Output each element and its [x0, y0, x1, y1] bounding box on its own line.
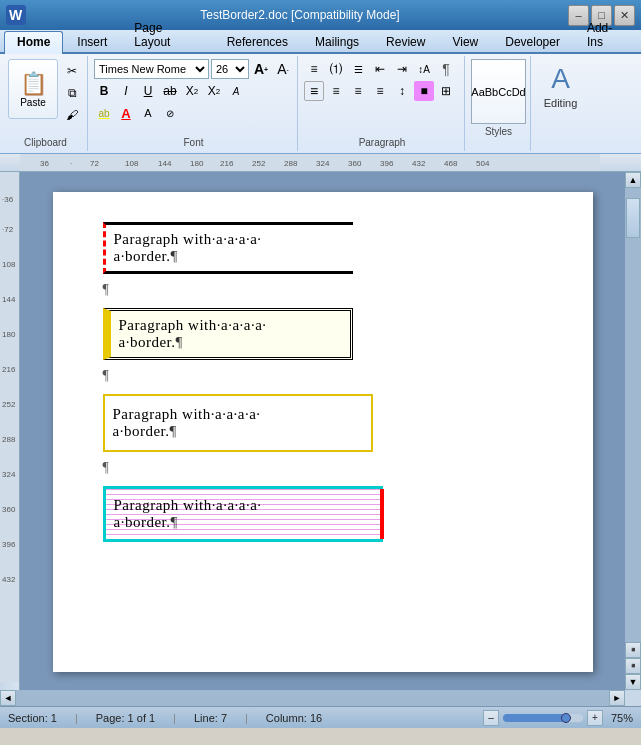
scroll-corner — [625, 690, 641, 706]
left-ruler: ·36 ·72 108 144 180 216 252 288 324 360 … — [0, 172, 20, 690]
align-right-button[interactable]: ≡ — [348, 81, 368, 101]
text-highlight-button[interactable]: A — [138, 103, 158, 123]
svg-text:252: 252 — [252, 159, 266, 168]
multilevel-list-button[interactable]: ☰ — [348, 59, 368, 79]
svg-text:·: · — [70, 159, 72, 168]
scroll-page-down-button[interactable]: ◾ — [625, 658, 641, 674]
tab-page-layout[interactable]: Page Layout — [121, 17, 212, 52]
line-spacing-button[interactable]: ↕ — [392, 81, 412, 101]
increase-indent-button[interactable]: ⇥ — [392, 59, 412, 79]
document-scroll-area[interactable]: Paragraph with·a·a·a·a·a·border.¶ ¶ Para… — [20, 172, 625, 690]
tab-review[interactable]: Review — [373, 31, 438, 52]
line-status: Line: 7 — [194, 712, 227, 724]
paragraph-box-4: Paragraph with·a·a·a·a·a·border.¶ — [103, 486, 383, 542]
clear-format-button[interactable]: ⊘ — [160, 103, 180, 123]
paste-icon: 📋 — [20, 71, 47, 97]
svg-text:252: 252 — [2, 400, 16, 409]
vertical-scrollbar: ▲ ◾ ◾ ▼ — [625, 172, 641, 690]
format-painter-button[interactable]: 🖌 — [61, 105, 83, 125]
zoom-slider[interactable] — [503, 714, 583, 722]
numbering-button[interactable]: ⑴ — [326, 59, 346, 79]
font-size-select[interactable]: 26 — [211, 59, 249, 79]
svg-text:180: 180 — [190, 159, 204, 168]
font-family-select[interactable]: Times New Rome — [94, 59, 209, 79]
scroll-up-button[interactable]: ▲ — [625, 172, 641, 188]
font-color-button[interactable]: A — [116, 103, 136, 123]
styles-gallery[interactable]: AaBbCcDd — [471, 59, 526, 124]
tab-insert[interactable]: Insert — [64, 31, 120, 52]
highlight-button[interactable]: ab — [94, 103, 114, 123]
bullets-button[interactable]: ≡ — [304, 59, 324, 79]
clipboard-group-label: Clipboard — [8, 137, 83, 148]
paragraph-text-2: Paragraph with·a·a·a·a·a·border.¶ — [119, 317, 267, 350]
tab-add-ins[interactable]: Add-Ins — [574, 17, 640, 52]
font-group-label: Font — [94, 135, 293, 148]
paragraph-box-2: Paragraph with·a·a·a·a·a·border.¶ — [103, 308, 353, 360]
hscroll-track[interactable] — [16, 690, 609, 706]
align-left-button[interactable]: ≡ — [304, 81, 324, 101]
zoom-thumb[interactable] — [561, 713, 571, 723]
scroll-right-button[interactable]: ► — [609, 690, 625, 706]
styles-group-label: Styles — [485, 126, 512, 137]
scroll-page-up-button[interactable]: ◾ — [625, 642, 641, 658]
grow-font-button[interactable]: A+ — [251, 59, 271, 79]
empty-para-2: ¶ — [103, 368, 543, 384]
svg-text:288: 288 — [2, 435, 16, 444]
show-hide-button[interactable]: ¶ — [436, 59, 456, 79]
justify-button[interactable]: ≡ — [370, 81, 390, 101]
shading-button[interactable]: ■ — [414, 81, 434, 101]
tab-developer[interactable]: Developer — [492, 31, 573, 52]
window-title: TestBorder2.doc [Compatibility Mode] — [32, 8, 568, 22]
zoom-level: 75% — [611, 712, 633, 724]
scroll-down-button[interactable]: ▼ — [625, 674, 641, 690]
svg-text:·72: ·72 — [2, 225, 14, 234]
zoom-out-button[interactable]: – — [483, 710, 499, 726]
underline-button[interactable]: U — [138, 81, 158, 101]
styles-group: AaBbCcDd Styles — [467, 56, 531, 151]
svg-text:432: 432 — [2, 575, 16, 584]
sort-button[interactable]: ↕A — [414, 59, 434, 79]
paragraph-text-3: Paragraph with·a·a·a·a·a·border.¶ — [113, 406, 261, 439]
ribbon: 📋 Paste ✂ ⧉ 🖌 Clipboard Times New Rome — [0, 54, 641, 154]
align-center-button[interactable]: ≡ — [326, 81, 346, 101]
cut-button[interactable]: ✂ — [61, 61, 83, 81]
scroll-left-button[interactable]: ◄ — [0, 690, 16, 706]
svg-text:72: 72 — [90, 159, 99, 168]
svg-text:108: 108 — [125, 159, 139, 168]
scroll-track[interactable] — [625, 188, 641, 642]
empty-para-1: ¶ — [103, 282, 543, 298]
editing-label: Editing — [544, 97, 578, 109]
svg-rect-2 — [20, 154, 600, 172]
shrink-font-button[interactable]: A- — [273, 59, 293, 79]
strikethrough-button[interactable]: ab — [160, 81, 180, 101]
superscript-button[interactable]: X2 — [204, 81, 224, 101]
copy-button[interactable]: ⧉ — [61, 83, 83, 103]
cut-icon: ✂ — [67, 64, 77, 78]
styles-label: AaBbCcDd — [471, 86, 525, 98]
svg-text:432: 432 — [412, 159, 426, 168]
svg-text:W: W — [9, 7, 23, 23]
tab-home[interactable]: Home — [4, 31, 63, 54]
paragraph-text-1: Paragraph with·a·a·a·a·a·border.¶ — [114, 231, 262, 264]
svg-text:468: 468 — [444, 159, 458, 168]
font-group: Times New Rome 26 A+ A- B I U ab X2 X2 A… — [90, 56, 298, 151]
zoom-in-button[interactable]: + — [587, 710, 603, 726]
empty-para-3: ¶ — [103, 460, 543, 476]
zoom-area: – + 75% — [483, 710, 633, 726]
format-painter-icon: 🖌 — [66, 108, 78, 122]
bold-button[interactable]: B — [94, 81, 114, 101]
svg-text:360: 360 — [2, 505, 16, 514]
tab-references[interactable]: References — [214, 31, 301, 52]
title-bar: W TestBorder2.doc [Compatibility Mode] –… — [0, 0, 641, 30]
subscript-button[interactable]: X2 — [182, 81, 202, 101]
scroll-thumb[interactable] — [626, 198, 640, 238]
tab-view[interactable]: View — [439, 31, 491, 52]
document-page: Paragraph with·a·a·a·a·a·border.¶ ¶ Para… — [53, 192, 593, 672]
document-container: ·36 ·72 108 144 180 216 252 288 324 360 … — [0, 172, 641, 690]
text-effects-button[interactable]: A — [226, 81, 246, 101]
italic-button[interactable]: I — [116, 81, 136, 101]
decrease-indent-button[interactable]: ⇤ — [370, 59, 390, 79]
paste-button[interactable]: 📋 Paste — [8, 59, 58, 119]
tab-mailings[interactable]: Mailings — [302, 31, 372, 52]
borders-button[interactable]: ⊞ — [436, 81, 456, 101]
